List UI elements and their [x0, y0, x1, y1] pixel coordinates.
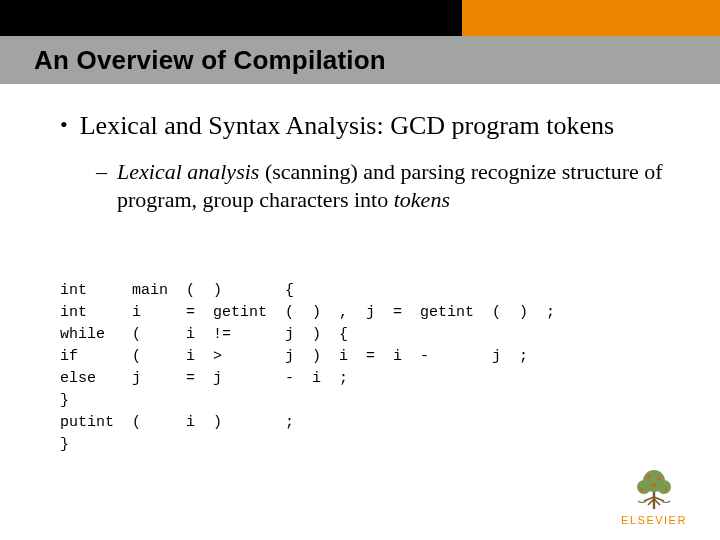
page-title: An Overview of Compilation: [34, 45, 386, 76]
elsevier-tree-icon: [630, 467, 678, 511]
svg-point-4: [647, 475, 651, 479]
content: • Lexical and Syntax Analysis: GCD progr…: [60, 110, 680, 214]
publisher-name: ELSEVIER: [610, 514, 698, 526]
bullet-marker: •: [60, 110, 68, 140]
subbullet-italic-b: tokens: [394, 187, 450, 212]
subbullet-italic-a: Lexical analysis: [117, 159, 259, 184]
bullet-level-1: • Lexical and Syntax Analysis: GCD progr…: [60, 110, 680, 142]
bullet-text-rest: : GCD program tokens: [376, 111, 614, 140]
publisher-logo: ELSEVIER: [610, 467, 698, 526]
topbar: [0, 0, 720, 36]
svg-point-7: [640, 487, 643, 490]
topbar-black: [0, 0, 462, 36]
slide: An Overview of Compilation • Lexical and…: [0, 0, 720, 540]
svg-point-8: [664, 487, 667, 490]
topbar-orange: [462, 0, 720, 36]
svg-point-6: [652, 483, 656, 487]
bullet-text-underlined: Lexical and Syntax Analysis: [80, 111, 377, 140]
svg-point-2: [637, 480, 651, 494]
titlebar: An Overview of Compilation: [0, 36, 720, 84]
svg-point-5: [657, 477, 661, 481]
token-grid: int main ( ) { int i = getint ( ) , j = …: [60, 280, 555, 456]
bullet-text: Lexical and Syntax Analysis: GCD program…: [80, 110, 614, 142]
svg-point-3: [657, 480, 671, 494]
subbullet-text: Lexical analysis (scanning) and parsing …: [117, 158, 680, 214]
subbullet-marker: –: [96, 158, 107, 186]
bullet-level-2: – Lexical analysis (scanning) and parsin…: [96, 158, 680, 214]
